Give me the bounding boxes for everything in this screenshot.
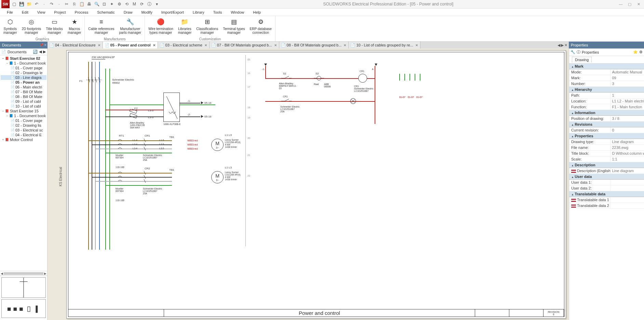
tree-item[interactable]: 📄10 - List of cabl xyxy=(1,104,46,109)
ribbon-libraries-manager[interactable]: 📁Libraries manager xyxy=(176,17,193,37)
ribbon-erp-database-connection[interactable]: ⚙ERP database connection xyxy=(248,17,274,37)
doc-tab-close-icon[interactable]: ✕ xyxy=(344,43,346,47)
tree-item[interactable]: −📕Start Exercise 02 xyxy=(1,56,46,61)
tree-item[interactable]: 📄08 - Bill Of Mate xyxy=(1,94,46,99)
prop-section-header[interactable]: Properties xyxy=(569,133,644,139)
refresh-icon[interactable]: 🔄 xyxy=(33,50,38,54)
qat-wrench-icon[interactable]: ⟳ xyxy=(139,1,145,7)
qat-new-icon[interactable]: ▢ xyxy=(11,1,17,7)
menu-process[interactable]: Process xyxy=(71,10,93,15)
prop-section-header[interactable]: Description xyxy=(569,162,644,168)
prop-value[interactable]: D Without column wit xyxy=(610,151,644,156)
prop-row[interactable]: User data 1: xyxy=(569,180,644,185)
prop-row[interactable]: Title block:D Without column wit xyxy=(569,151,644,156)
tree-item[interactable]: 📄03 - Line diagra xyxy=(1,75,46,80)
tree-item[interactable]: 📄06 - Main electri xyxy=(1,85,46,89)
prop-value[interactable]: 1 xyxy=(610,93,644,98)
menu-modify[interactable]: Modify xyxy=(137,10,156,15)
tree-item[interactable]: 📄02 - Drawing lis xyxy=(1,123,46,128)
tree-toggle-icon[interactable]: + xyxy=(1,138,5,141)
prop-row[interactable]: Scale:1:1 xyxy=(569,156,644,162)
menu-edit[interactable]: Edit xyxy=(18,10,32,15)
tree-item[interactable]: −📕Start Exercise 15 xyxy=(1,109,46,113)
doc-tab[interactable]: 📄04 - Electrical Enclosure✕ xyxy=(48,42,103,48)
tree-item[interactable]: 📄07 - Bill Of Mate xyxy=(1,89,46,94)
doc-tab-close-icon[interactable]: ✕ xyxy=(153,43,156,47)
ribbon-title-blocks-manager[interactable]: ▭Title blocks manager xyxy=(44,17,65,37)
tree-item[interactable]: −📘1 - Document book xyxy=(1,113,46,118)
collapse-icon[interactable]: ◀ xyxy=(39,50,42,54)
prop-row[interactable]: Location:L1 L2 - Main electrical xyxy=(569,98,644,104)
doc-tab-close-icon[interactable]: ✕ xyxy=(274,43,277,47)
menu-file[interactable]: File xyxy=(3,10,17,15)
prop-tool-cog-icon[interactable]: ⚙ xyxy=(639,50,643,54)
minimize-button[interactable]: — xyxy=(617,1,625,7)
prop-row[interactable]: Number:3 xyxy=(569,81,644,87)
qat-zoomfit-icon[interactable]: ⊡ xyxy=(101,1,107,7)
tree-item[interactable]: 📄01 - Cover page xyxy=(1,66,46,70)
prop-tool-1[interactable]: 🔧 xyxy=(571,50,575,54)
tree-toggle-icon[interactable]: − xyxy=(1,109,5,113)
menu-tools[interactable]: Tools xyxy=(209,10,226,15)
prop-section-header[interactable]: Mark xyxy=(569,64,644,69)
prop-value[interactable]: L1 L2 - Main electrical xyxy=(610,98,644,104)
prop-row[interactable]: Translatable data 1 (En xyxy=(569,197,644,203)
prop-value[interactable] xyxy=(610,203,644,208)
tree-item[interactable]: −📘1 - Document book xyxy=(1,61,46,66)
qat-m-icon[interactable]: M xyxy=(131,1,137,7)
menu-schematic[interactable]: Schematic xyxy=(93,10,119,15)
tree-item[interactable]: 📄05 - Power an xyxy=(1,80,46,85)
close-button[interactable]: ✕ xyxy=(634,1,643,7)
qat-copy-icon[interactable]: ⎘ xyxy=(71,1,77,7)
tab-next-icon[interactable]: ▶ xyxy=(561,43,564,47)
tree-item[interactable]: 📄09 - List of cabl xyxy=(1,99,46,104)
prop-row[interactable]: Current revision:0 xyxy=(569,127,644,133)
doc-tab[interactable]: 📄03 - Electrical scheme✕ xyxy=(158,42,210,48)
menu-project[interactable]: Project xyxy=(50,10,70,15)
qat-redo-icon[interactable]: ↷ xyxy=(49,1,55,7)
qat-info-icon[interactable]: ⓘ xyxy=(146,1,152,7)
close-panel-icon[interactable]: ✕ xyxy=(44,43,47,47)
prop-value[interactable] xyxy=(610,197,644,203)
expand-icon[interactable]: ▶ xyxy=(43,50,46,54)
menu-library[interactable]: Library xyxy=(189,10,209,15)
qat-print-icon[interactable]: 🖶 xyxy=(86,1,92,7)
prop-row[interactable]: File name:2238.ewg xyxy=(569,145,644,151)
ribbon-symbols-manager[interactable]: ⬡Symbols manager xyxy=(1,17,19,37)
menu-window[interactable]: Window xyxy=(227,10,248,15)
tree-toggle-icon[interactable]: − xyxy=(5,61,9,65)
prop-section-header[interactable]: User data xyxy=(569,174,644,180)
prop-value[interactable]: 2238.ewg xyxy=(610,145,644,150)
prop-value[interactable]: F1 - Main function xyxy=(610,104,644,110)
prop-tool-star-icon[interactable]: ⭐ xyxy=(633,50,638,54)
prop-row[interactable]: Translatable data 2 (En xyxy=(569,203,644,209)
prop-row[interactable]: Function:F1 - Main function xyxy=(569,104,644,110)
menu-view[interactable]: View xyxy=(33,10,50,15)
qat-link-icon[interactable]: ⟲ xyxy=(124,1,130,7)
ribbon-terminal-types-manager[interactable]: ▤Terminal types manager xyxy=(221,17,247,37)
prop-row[interactable]: Mark:09 xyxy=(569,75,644,81)
doc-tab[interactable]: 📄07 - Bill Of Materials grouped b...✕ xyxy=(210,42,279,48)
prop-section-header[interactable]: Information xyxy=(569,110,644,116)
prop-value[interactable]: 3 xyxy=(610,81,644,86)
tree-scrollbar[interactable]: ◀▶ xyxy=(0,271,47,276)
ribbon-macros-manager[interactable]: ★Macros manager xyxy=(66,17,83,37)
maximize-button[interactable]: ▢ xyxy=(626,1,634,7)
doc-tab[interactable]: 📄08 - Bill Of Materials grouped b...✕ xyxy=(279,42,349,48)
ribbon-classifications-manager[interactable]: ⊞Classifications manager xyxy=(194,17,220,37)
drawing-canvas[interactable]: KS Electrical 230 VAC@60Hz3P xyxy=(48,48,569,320)
qat-dropdown-icon[interactable]: ▾ xyxy=(154,1,160,7)
prop-value[interactable]: 09 xyxy=(610,75,644,81)
qat-save-icon[interactable]: 💾 xyxy=(18,1,25,7)
prop-row[interactable]: Description (English):Line diagram xyxy=(569,168,644,174)
prop-value[interactable]: Line diagram xyxy=(610,168,644,173)
qat-zoom-icon[interactable]: 🔍 xyxy=(94,1,100,7)
prop-tool-info-icon[interactable]: ⓘ xyxy=(577,50,580,55)
ribbon-cable-references-manager[interactable]: ≡Cable references manager xyxy=(86,17,116,37)
doc-tab[interactable]: 📄10 - List of cables grouped by re...✕ xyxy=(349,42,420,48)
ribbon-wire-termination-types-manager[interactable]: 🔴Wire termination types manager xyxy=(146,17,175,37)
ribbon-manufacturer-parts-manager[interactable]: 🔧Manufacturer parts manager xyxy=(117,17,143,37)
prop-row[interactable]: Position of drawing:3 / 8 xyxy=(569,116,644,122)
tree-item[interactable]: 📄02 - Drawings le xyxy=(1,70,46,75)
prop-value[interactable] xyxy=(610,185,644,191)
